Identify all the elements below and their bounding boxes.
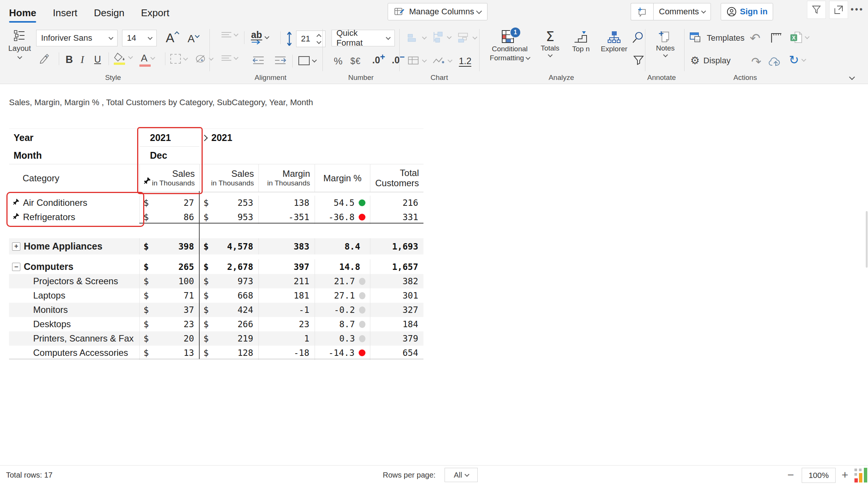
expand-year-icon[interactable] bbox=[202, 135, 208, 141]
cloud-upload-icon[interactable] bbox=[769, 56, 783, 67]
tab-export[interactable]: Export bbox=[141, 0, 169, 26]
fill-color-button[interactable] bbox=[114, 52, 132, 62]
pinned-month-cell[interactable]: Dec bbox=[139, 147, 199, 164]
column-header-sales-pinned[interactable]: Sales in Thousands bbox=[139, 164, 199, 192]
clear-formatting-button[interactable] bbox=[195, 54, 213, 64]
column-header-sales[interactable]: Sales in Thousands bbox=[199, 164, 258, 192]
hierarchy-chart-button[interactable] bbox=[432, 31, 451, 43]
sign-in-button[interactable]: Sign in bbox=[721, 3, 773, 20]
refresh-button[interactable]: ↻ bbox=[789, 54, 805, 66]
font-color-button[interactable]: A bbox=[140, 52, 154, 64]
ruler-icon[interactable] bbox=[770, 32, 782, 43]
bold-button[interactable]: B bbox=[66, 54, 73, 66]
conditional-formatting-button[interactable]: 1 Conditional Formatting bbox=[487, 29, 532, 62]
column-header-margin-pct[interactable]: Margin % bbox=[315, 164, 370, 192]
table-row[interactable]: Computers Accessories$13$128-18-14.3654 bbox=[9, 346, 423, 360]
cell-borders-button[interactable] bbox=[298, 56, 316, 65]
increase-font-button[interactable]: A bbox=[166, 31, 179, 45]
increase-indent-button[interactable] bbox=[274, 55, 287, 65]
filter-icon[interactable] bbox=[807, 1, 826, 19]
borders-button[interactable] bbox=[170, 54, 187, 64]
margin-indicator-gray bbox=[359, 335, 365, 342]
column-header-margin[interactable]: Margin in Thousands bbox=[258, 164, 315, 192]
tab-insert[interactable]: Insert bbox=[53, 0, 77, 26]
collapse-ribbon-icon[interactable] bbox=[850, 75, 854, 79]
column-header-total-customers[interactable]: Total Customers bbox=[370, 164, 423, 192]
italic-button[interactable]: I bbox=[81, 54, 84, 66]
horizontal-align-button[interactable] bbox=[222, 55, 238, 61]
font-size-select[interactable]: 14 bbox=[122, 30, 157, 46]
decrease-decimal-button[interactable]: .0− bbox=[392, 55, 405, 66]
filter-rows-button[interactable] bbox=[633, 55, 644, 65]
table-row[interactable]: Printers, Scanners & Fax$20$21910.3379 bbox=[9, 331, 423, 346]
percent-format-button[interactable]: % bbox=[334, 55, 342, 67]
tab-home[interactable]: Home bbox=[9, 0, 36, 26]
explorer-button[interactable]: Explorer bbox=[598, 31, 630, 53]
table-row[interactable]: Desktops$23$266238.7184 bbox=[9, 317, 423, 331]
more-options-icon[interactable]: ••• bbox=[851, 5, 864, 14]
collapse-icon[interactable]: − bbox=[12, 263, 20, 271]
sparkline-icon bbox=[432, 56, 445, 65]
cell-total-customers: 1,693 bbox=[370, 238, 423, 254]
top-n-button[interactable]: Top n bbox=[567, 31, 595, 53]
layout-button[interactable]: Layout bbox=[8, 30, 32, 58]
rows-per-page-select[interactable]: All bbox=[445, 468, 478, 482]
comments-button[interactable]: Comments bbox=[653, 3, 711, 20]
tab-design[interactable]: Design bbox=[94, 0, 124, 26]
decrease-font-button[interactable]: A bbox=[188, 33, 199, 45]
scrollbar-thumb[interactable] bbox=[866, 211, 868, 268]
wrap-text-button[interactable]: ab bbox=[251, 30, 269, 45]
focus-mode-icon[interactable] bbox=[829, 1, 848, 19]
quick-format-button[interactable]: Quick Format bbox=[332, 30, 395, 46]
expand-icon[interactable]: + bbox=[12, 242, 20, 251]
manage-columns-button[interactable]: Manage Columns bbox=[388, 3, 487, 20]
templates-button[interactable]: Templates bbox=[689, 32, 744, 44]
table-row[interactable]: Projectors & Screens$100$97321121.7382 bbox=[9, 274, 423, 288]
row-height-value: 21 bbox=[301, 34, 310, 44]
tab-list: HomeInsertDesignExport bbox=[9, 0, 169, 26]
font-name-select[interactable]: Inforiver Sans bbox=[36, 30, 118, 46]
table-row[interactable]: Air Conditioners$27$25313854.5216 bbox=[9, 196, 423, 210]
row-height-input[interactable]: 21 bbox=[296, 31, 326, 47]
freeze-line[interactable] bbox=[199, 191, 200, 359]
excel-export-button[interactable]: X bbox=[790, 31, 809, 43]
table-view-button[interactable] bbox=[408, 56, 426, 65]
format-painter-button[interactable] bbox=[39, 53, 50, 64]
add-comment-button[interactable] bbox=[631, 3, 653, 20]
search-button[interactable] bbox=[632, 31, 644, 43]
year-group-cell[interactable]: 2021 bbox=[199, 129, 423, 147]
table-row[interactable]: −Computers$265$2,67839714.81,657 bbox=[9, 259, 423, 274]
increase-decimal-button[interactable]: .0+ bbox=[372, 55, 385, 66]
chart-type-button[interactable] bbox=[407, 32, 426, 43]
table-row[interactable]: Refrigerators$86$953-351-36.8331 bbox=[9, 210, 423, 224]
cell-sales-pinned: $86 bbox=[139, 210, 199, 224]
explorer-label: Explorer bbox=[601, 45, 628, 53]
zoom-in-button[interactable]: + bbox=[842, 469, 848, 481]
cell-margin-pct: 14.8 bbox=[315, 259, 370, 274]
vertical-align-button[interactable] bbox=[222, 32, 238, 37]
layout-icon bbox=[13, 30, 26, 42]
currency-symbol: $ bbox=[144, 348, 149, 358]
currency-format-button[interactable]: $€ bbox=[350, 56, 361, 66]
redo-icon[interactable]: ↷ bbox=[751, 55, 761, 69]
total-rows-label: Total rows: 17 bbox=[6, 471, 52, 479]
underline-button[interactable]: U bbox=[94, 54, 101, 65]
zoom-level[interactable]: 100% bbox=[802, 468, 836, 483]
table-row[interactable]: Laptops$71$66818127.1301 bbox=[9, 288, 423, 303]
layout-chart-button[interactable] bbox=[457, 32, 477, 43]
display-button[interactable]: ⚙ Display bbox=[690, 55, 730, 66]
zoom-out-button[interactable]: − bbox=[787, 469, 794, 481]
notes-button[interactable]: Notes bbox=[651, 30, 680, 57]
quick-format-label: Quick Format bbox=[336, 28, 384, 48]
decrease-indent-button[interactable] bbox=[252, 55, 265, 65]
table-row[interactable]: +Home Appliances$398$4,5783838.41,693 bbox=[9, 238, 423, 254]
totals-button[interactable]: Σ Totals bbox=[536, 30, 564, 57]
table-row[interactable]: Monitors$37$424-1-0.2327 bbox=[9, 303, 423, 317]
align-lines-icon bbox=[222, 55, 231, 61]
undo-icon[interactable]: ↶ bbox=[750, 31, 761, 46]
column-header-category[interactable]: Category bbox=[9, 164, 139, 192]
pinned-year-cell[interactable]: 2021 bbox=[139, 129, 199, 147]
decimal-places-button[interactable]: 1.2 bbox=[459, 56, 471, 67]
row-height-control[interactable]: 21 bbox=[286, 31, 326, 47]
sparkline-button[interactable] bbox=[432, 56, 452, 65]
